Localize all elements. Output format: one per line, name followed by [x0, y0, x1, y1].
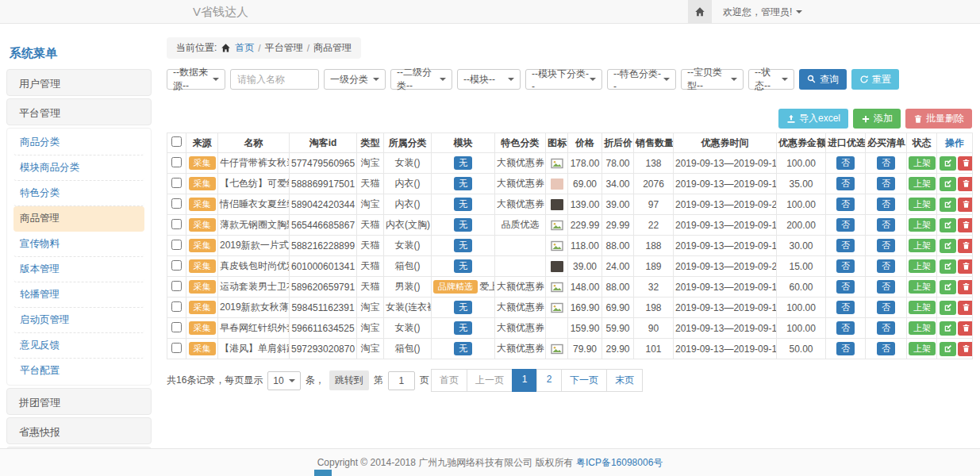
imported-badge[interactable]: 否 [836, 342, 855, 355]
first-page-button[interactable]: 首页 [431, 369, 467, 392]
sidebar-item-version-management[interactable]: 版本管理 [13, 257, 144, 282]
status-badge[interactable]: 上架 [909, 259, 936, 273]
sidebar-item-module-product-category[interactable]: 模块商品分类 [13, 155, 144, 181]
edit-button[interactable] [940, 342, 956, 356]
delete-button[interactable] [958, 259, 973, 274]
edit-button[interactable] [940, 321, 956, 336]
sidebar-item-province-express[interactable]: 省惠快报 [6, 417, 152, 444]
status-badge[interactable]: 上架 [909, 321, 936, 335]
imported-badge[interactable]: 否 [836, 156, 855, 170]
status-badge[interactable]: 上架 [909, 156, 936, 170]
last-page-button[interactable]: 末页 [606, 369, 643, 392]
user-menu[interactable]: 欢迎您，管理员! [712, 6, 813, 19]
row-checkbox[interactable] [171, 219, 182, 229]
reset-button[interactable]: 重置 [851, 69, 899, 90]
row-checkbox[interactable] [171, 198, 182, 209]
delete-button[interactable] [958, 280, 973, 294]
next-page-button[interactable]: 下一页 [561, 369, 607, 392]
imported-badge[interactable]: 否 [836, 321, 855, 335]
imported-badge[interactable]: 否 [836, 239, 855, 252]
imported-badge[interactable]: 否 [836, 177, 855, 190]
filter-select-module[interactable]: --模块-- [457, 69, 521, 90]
must-buy-badge[interactable]: 否 [877, 218, 895, 232]
sidebar-item-group-buy-management[interactable]: 拼团管理 [6, 388, 152, 415]
edit-button[interactable] [940, 301, 956, 315]
jump-button[interactable]: 跳转到 [329, 370, 369, 390]
import-excel-button[interactable]: 导入excel [778, 109, 848, 129]
delete-button[interactable] [958, 239, 973, 253]
sidebar-item-product-category[interactable]: 商品分类 [13, 130, 144, 155]
sidebar-item-product-management[interactable]: 商品管理 [13, 206, 144, 232]
sidebar-item-platform-management[interactable]: 平台管理 [6, 98, 152, 125]
imported-badge[interactable]: 否 [836, 301, 855, 314]
must-buy-badge[interactable]: 否 [877, 342, 895, 355]
status-badge[interactable]: 上架 [909, 280, 936, 294]
delete-button[interactable] [958, 177, 973, 191]
must-buy-badge[interactable]: 否 [877, 259, 895, 273]
status-badge[interactable]: 上架 [909, 218, 936, 232]
per-page-select[interactable]: 10 [267, 371, 300, 390]
filter-select-feature-category[interactable]: --特色分类-- [607, 69, 676, 90]
edit-button[interactable] [940, 177, 956, 191]
home-button[interactable] [688, 0, 712, 24]
status-badge[interactable]: 上架 [909, 301, 936, 314]
row-checkbox[interactable] [171, 343, 182, 353]
must-buy-badge[interactable]: 否 [877, 301, 895, 314]
edit-button[interactable] [940, 280, 956, 294]
row-checkbox[interactable] [171, 157, 182, 167]
filter-select-module-subcategory[interactable]: --模块下分类-- [525, 69, 602, 90]
row-checkbox[interactable] [171, 301, 182, 312]
sidebar-item-feedback[interactable]: 意见反馈 [13, 333, 144, 359]
row-checkbox[interactable] [171, 260, 182, 271]
status-badge[interactable]: 上架 [909, 342, 936, 355]
filter-select-data-source[interactable]: --数据来源-- [167, 69, 225, 90]
row-checkbox[interactable] [171, 178, 182, 188]
sidebar-item-splash-page-management[interactable]: 启动页管理 [13, 308, 144, 333]
sidebar-item-user-management[interactable]: 用户管理 [6, 69, 152, 96]
sidebar-item-promo-material[interactable]: 宣传物料 [13, 232, 144, 257]
batch-delete-button[interactable]: 批量删除 [905, 109, 972, 129]
edit-button[interactable] [940, 239, 956, 253]
imported-badge[interactable]: 否 [836, 280, 855, 294]
must-buy-badge[interactable]: 否 [877, 198, 895, 211]
must-buy-badge[interactable]: 否 [877, 239, 895, 252]
page-jump-input[interactable] [388, 371, 415, 390]
breadcrumb-home-link[interactable]: 首页 [235, 41, 254, 55]
edit-button[interactable] [940, 218, 956, 232]
must-buy-badge[interactable]: 否 [877, 280, 895, 294]
page-2-button[interactable]: 2 [536, 369, 562, 392]
imported-badge[interactable]: 否 [836, 198, 855, 211]
delete-button[interactable] [958, 156, 973, 171]
delete-button[interactable] [958, 342, 973, 356]
status-badge[interactable]: 上架 [909, 198, 936, 211]
must-buy-badge[interactable]: 否 [877, 177, 895, 190]
filter-select-level1-category[interactable]: 一级分类 [324, 69, 386, 90]
sidebar-item-feature-category[interactable]: 特色分类 [13, 181, 144, 206]
row-checkbox[interactable] [171, 240, 182, 250]
row-checkbox[interactable] [171, 322, 182, 332]
filter-select-status[interactable]: --状态-- [748, 69, 794, 90]
status-badge[interactable]: 上架 [909, 177, 936, 190]
filter-select-level2-category[interactable]: --二级分类-- [390, 69, 452, 90]
add-button[interactable]: 添加 [853, 109, 901, 129]
delete-button[interactable] [958, 198, 973, 212]
imported-badge[interactable]: 否 [836, 259, 855, 273]
filter-select-item-type[interactable]: --宝贝类型-- [681, 69, 744, 90]
search-button[interactable]: 查询 [799, 69, 847, 90]
delete-button[interactable] [958, 321, 973, 336]
sidebar-item-platform-config[interactable]: 平台配置 [13, 359, 144, 383]
edit-button[interactable] [940, 259, 956, 274]
imported-badge[interactable]: 否 [836, 218, 855, 232]
edit-button[interactable] [940, 198, 956, 212]
name-search-input[interactable] [230, 69, 319, 90]
row-checkbox[interactable] [171, 281, 182, 291]
delete-button[interactable] [958, 218, 973, 232]
select-all-checkbox[interactable] [171, 136, 182, 147]
edit-button[interactable] [940, 156, 956, 171]
delete-button[interactable] [958, 301, 973, 315]
must-buy-badge[interactable]: 否 [877, 321, 895, 335]
must-buy-badge[interactable]: 否 [877, 156, 895, 170]
page-1-button[interactable]: 1 [512, 369, 537, 392]
sidebar-item-carousel-management[interactable]: 轮播管理 [13, 282, 144, 308]
prev-page-button[interactable]: 上一页 [467, 369, 513, 392]
